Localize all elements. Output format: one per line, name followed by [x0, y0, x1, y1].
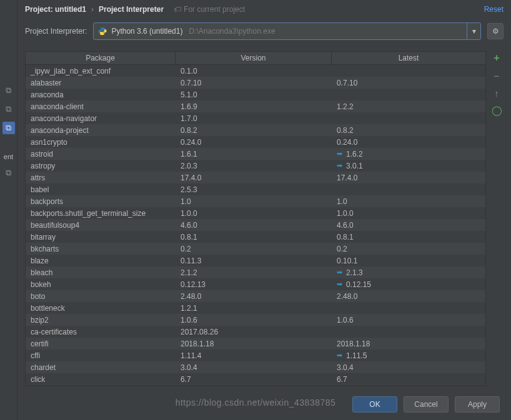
table-row[interactable]: anaconda5.1.0 — [26, 89, 485, 100]
table-row[interactable]: bzip21.0.61.0.6 — [26, 314, 485, 326]
cell-version: 0.2 — [176, 245, 332, 253]
rail-icon-1[interactable]: ⧉ — [2, 84, 15, 97]
cell-package: asn1crypto — [26, 138, 176, 147]
package-actions: + − ↑ ◯ — [490, 51, 504, 386]
rail-icon-3[interactable]: ⧉ — [2, 122, 15, 134]
table-row[interactable]: astroid1.6.1➡1.6.2 — [26, 148, 485, 160]
header-version[interactable]: Version — [176, 52, 332, 64]
apply-button[interactable]: Apply — [455, 396, 500, 413]
table-row[interactable]: boto2.48.02.48.0 — [26, 290, 485, 302]
table-row[interactable]: bkcharts0.20.2 — [26, 243, 485, 255]
table-row[interactable]: asn1crypto0.24.00.24.0 — [26, 136, 485, 148]
table-row[interactable]: click6.76.7 — [26, 373, 485, 385]
breadcrumb-page[interactable]: Project Interpreter — [99, 5, 164, 14]
cell-latest: ➡1.6.2 — [332, 150, 485, 159]
cell-latest: 0.7.10 — [332, 79, 485, 87]
cell-version: 2.0.3 — [176, 162, 332, 170]
cell-latest: 1.0.6 — [332, 316, 485, 325]
left-tool-rail: ⧉ ⧉ ⧉ ent ⧉ — [0, 0, 17, 420]
header-latest[interactable]: Latest — [332, 52, 485, 64]
update-available-icon: ➡ — [337, 268, 342, 276]
cell-version: 5.1.0 — [176, 90, 332, 99]
remove-package-button[interactable]: − — [490, 69, 504, 82]
rail-icon-2[interactable]: ⧉ — [2, 103, 15, 115]
cell-version: 1.6.9 — [176, 102, 332, 111]
cell-package: bottleneck — [26, 304, 176, 313]
table-row[interactable]: astropy2.0.3➡3.0.1 — [26, 160, 485, 172]
gear-button[interactable]: ⚙ — [487, 23, 504, 39]
reset-link[interactable]: Reset — [484, 5, 504, 14]
cell-package: _ipyw_jlab_nb_ext_conf — [26, 67, 176, 76]
rail-text-ent: ent — [4, 153, 13, 160]
table-row[interactable]: _ipyw_jlab_nb_ext_conf0.1.0 — [26, 65, 485, 77]
table-row[interactable]: bokeh0.12.13➡0.12.15 — [26, 278, 485, 290]
table-row[interactable]: blaze0.11.30.10.1 — [26, 255, 485, 266]
cell-latest: 1.0.0 — [332, 209, 485, 218]
cell-latest: 0.2 — [332, 245, 485, 253]
table-row[interactable]: attrs17.4.017.4.0 — [26, 172, 485, 183]
table-row[interactable]: anaconda-project0.8.20.8.2 — [26, 124, 485, 136]
cell-version: 1.0.6 — [176, 316, 332, 325]
cell-package: bkcharts — [26, 245, 176, 253]
chevron-down-icon[interactable]: ▾ — [467, 23, 480, 39]
cell-package: anaconda-client — [26, 102, 176, 111]
table-row[interactable]: backports.shutil_get_terminal_size1.0.01… — [26, 207, 485, 219]
cell-version: 3.0.4 — [176, 363, 332, 372]
table-row[interactable]: bleach2.1.2➡2.1.3 — [26, 266, 485, 278]
cell-package: backports.shutil_get_terminal_size — [26, 209, 176, 218]
cell-latest: 1.0 — [332, 197, 485, 206]
cell-version: 0.12.13 — [176, 280, 332, 289]
cell-package: babel — [26, 185, 176, 194]
cell-package: bleach — [26, 268, 176, 277]
breadcrumb-project[interactable]: Project: untitled1 — [25, 5, 86, 14]
cell-package: bzip2 — [26, 316, 176, 325]
cell-package: bokeh — [26, 280, 176, 289]
ok-button[interactable]: OK — [352, 396, 397, 413]
table-row[interactable]: babel2.5.3 — [26, 183, 485, 195]
breadcrumb-hint: 🏷 For current project — [174, 5, 245, 14]
cell-latest: 6.7 — [332, 375, 485, 384]
cell-latest: 2.48.0 — [332, 292, 485, 301]
cell-version: 6.7 — [176, 375, 332, 384]
cell-version: 0.24.0 — [176, 138, 332, 147]
update-available-icon: ➡ — [337, 162, 342, 170]
packages-table-body[interactable]: _ipyw_jlab_nb_ext_conf0.1.0alabaster0.7.… — [25, 65, 486, 386]
header-package[interactable]: Package — [26, 52, 176, 64]
cell-version: 1.0 — [176, 197, 332, 206]
cell-package: certifi — [26, 339, 176, 348]
cell-latest: 0.8.2 — [332, 126, 485, 135]
cell-latest: 0.24.0 — [332, 138, 485, 147]
table-row[interactable]: alabaster0.7.100.7.10 — [26, 77, 485, 89]
show-early-releases-button[interactable]: ◯ — [490, 104, 504, 117]
cell-version: 0.8.1 — [176, 233, 332, 242]
cell-version: 1.7.0 — [176, 114, 332, 123]
cell-package: alabaster — [26, 79, 176, 87]
table-row[interactable]: backports1.01.0 — [26, 195, 485, 207]
table-row[interactable]: ca-certificates2017.08.26 — [26, 326, 485, 338]
table-row[interactable]: anaconda-navigator1.7.0 — [26, 112, 485, 124]
cell-latest: 17.4.0 — [332, 173, 485, 182]
cell-version: 2.5.3 — [176, 185, 332, 194]
rail-icon-4[interactable]: ⧉ — [2, 167, 15, 179]
cancel-button[interactable]: Cancel — [404, 396, 449, 413]
upgrade-package-button[interactable]: ↑ — [490, 86, 504, 100]
add-package-button[interactable]: + — [490, 51, 504, 65]
table-row[interactable]: bitarray0.8.10.8.1 — [26, 231, 485, 243]
table-row[interactable]: anaconda-client1.6.91.2.2 — [26, 100, 485, 112]
cell-latest: 4.6.0 — [332, 221, 485, 230]
table-row[interactable]: cffi1.11.4➡1.11.5 — [26, 349, 485, 361]
cell-version: 1.2.1 — [176, 304, 332, 313]
cell-latest: 0.10.1 — [332, 256, 485, 265]
cell-latest: ➡0.12.15 — [332, 280, 485, 289]
table-row[interactable]: bottleneck1.2.1 — [26, 302, 485, 314]
table-row[interactable]: certifi2018.1.182018.1.18 — [26, 338, 485, 349]
cell-version: 2.1.2 — [176, 268, 332, 277]
cell-version: 0.7.10 — [176, 79, 332, 87]
table-row[interactable]: beautifulsoup44.6.04.6.0 — [26, 219, 485, 231]
update-available-icon: ➡ — [337, 150, 342, 158]
python-icon — [97, 26, 107, 36]
table-row[interactable]: chardet3.0.43.0.4 — [26, 361, 485, 373]
interpreter-dropdown[interactable]: Python 3.6 (untitled1) D:\Anaconda3\pyth… — [93, 22, 481, 40]
update-available-icon: ➡ — [337, 351, 342, 359]
dialog-footer: OK Cancel Apply — [17, 389, 511, 420]
